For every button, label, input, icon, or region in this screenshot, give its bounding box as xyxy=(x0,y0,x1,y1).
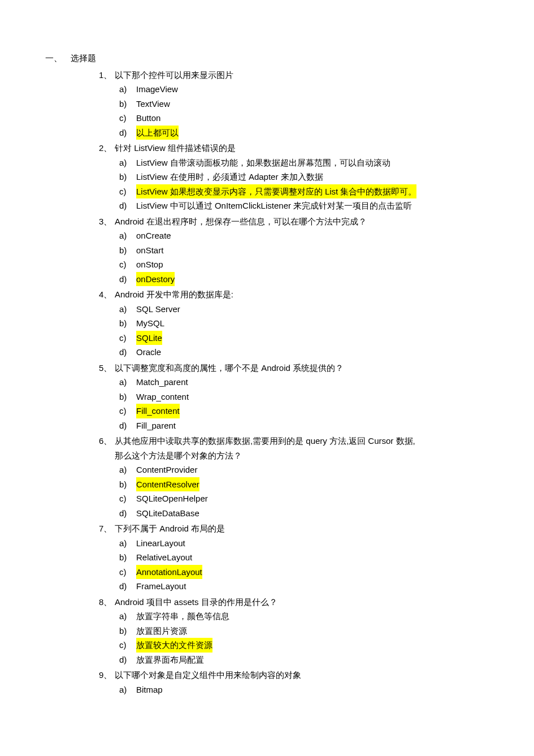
option: b)ContentResolver xyxy=(119,477,500,492)
option: a)Match_parent xyxy=(119,375,500,390)
option: d)onDestory xyxy=(119,272,500,287)
question-number: 6、 xyxy=(99,434,115,448)
option-letter: a) xyxy=(119,609,136,624)
option-text: onStart xyxy=(136,243,163,258)
option: a)放置字符串，颜色等信息 xyxy=(119,609,500,624)
option: d)FrameLayout xyxy=(119,579,500,594)
option-text: SQLite xyxy=(136,331,162,345)
option: d)Fill_parent xyxy=(119,418,500,433)
option: a)ImageView xyxy=(119,82,500,97)
option-text: Oracle xyxy=(136,345,161,360)
option-text: Bitmap xyxy=(136,682,163,697)
option-letter: a) xyxy=(119,155,136,170)
option: c)ListView 如果想改变显示内容，只需要调整对应的 List 集合中的数… xyxy=(119,184,500,199)
option-text: RelativeLayout xyxy=(136,550,192,565)
option: a)LinearLayout xyxy=(119,536,500,551)
option: c)AnnotationLayout xyxy=(119,565,500,580)
question-number: 2、 xyxy=(99,141,115,155)
question-text: 以下那个控件可以用来显示图片 xyxy=(115,68,500,83)
option-letter: a) xyxy=(119,82,136,97)
question-line: 5、以下调整宽度和高度的属性，哪个不是 Android 系统提供的？ xyxy=(99,361,500,375)
option-letter: a) xyxy=(119,302,136,317)
option: a)ContentProvider xyxy=(119,463,500,477)
option-text: ListView 中可以通过 OnItemClickListener 来完成针对… xyxy=(136,198,412,213)
option-text: onCreate xyxy=(136,228,171,243)
question-number: 1、 xyxy=(99,68,115,83)
question-number: 5、 xyxy=(99,361,115,375)
option-text: onDestory xyxy=(136,272,175,287)
question-number: 7、 xyxy=(99,521,115,536)
question: 4、Android 开发中常用的数据库是:a)SQL Serverb)MySQL… xyxy=(99,287,500,360)
option: a)onCreate xyxy=(119,228,500,243)
option-text: ImageView xyxy=(136,82,178,97)
option-text: 放置字符串，颜色等信息 xyxy=(136,609,229,624)
option: a)ListView 自带滚动面板功能，如果数据超出屏幕范围，可以自动滚动 xyxy=(119,155,500,170)
option-text: Fill_parent xyxy=(136,418,176,433)
option: c)Button xyxy=(119,111,500,126)
option-letter: c) xyxy=(119,257,136,272)
question: 2、针对 ListView 组件描述错误的是a)ListView 自带滚动面板功… xyxy=(99,141,500,213)
option-text: 放置较大的文件资源 xyxy=(136,638,212,653)
question-number: 3、 xyxy=(99,214,115,229)
question-line: 7、下列不属于 Android 布局的是 xyxy=(99,521,500,536)
option-letter: c) xyxy=(119,111,136,126)
option-letter: b) xyxy=(119,477,136,492)
option-letter: b) xyxy=(119,97,136,111)
option-letter: c) xyxy=(119,184,136,199)
option: a)Bitmap xyxy=(119,682,500,697)
option-text: Match_parent xyxy=(136,375,188,390)
question: 9、以下哪个对象是自定义组件中用来绘制内容的对象a)Bitmap xyxy=(99,668,500,697)
question-line: 8、Android 项目中 assets 目录的作用是什么？ xyxy=(99,595,500,610)
option: c)SQLiteOpenHelper xyxy=(119,491,500,506)
option-text: Wrap_content xyxy=(136,390,189,404)
question: 8、Android 项目中 assets 目录的作用是什么？a)放置字符串，颜色… xyxy=(99,595,500,667)
option-text: SQL Server xyxy=(136,302,180,317)
option-letter: b) xyxy=(119,624,136,638)
question-text-continue: 那么这个方法是哪个对象的方法？ xyxy=(99,448,500,463)
option: d)ListView 中可以通过 OnItemClickListener 来完成… xyxy=(119,198,500,213)
option: c)Fill_content xyxy=(119,404,500,418)
option-letter: c) xyxy=(119,404,136,418)
question-line: 4、Android 开发中常用的数据库是: xyxy=(99,287,500,302)
option-text: ContentProvider xyxy=(136,463,197,477)
option-text: SQLiteDataBase xyxy=(136,506,199,521)
option-letter: d) xyxy=(119,345,136,360)
question: 6、从其他应用中读取共享的数据库数据,需要用到的是 query 方法,返回 Cu… xyxy=(99,434,500,520)
option-text: ContentResolver xyxy=(136,477,199,492)
question-text: Android 在退出程序时，想保存一些信息，可以在哪个方法中完成？ xyxy=(115,214,500,229)
option-text: Fill_content xyxy=(136,404,180,418)
option-letter: d) xyxy=(119,506,136,521)
question-text: 下列不属于 Android 布局的是 xyxy=(115,521,500,536)
option: a)SQL Server xyxy=(119,302,500,317)
question-number: 9、 xyxy=(99,668,115,682)
question-line: 9、以下哪个对象是自定义组件中用来绘制内容的对象 xyxy=(99,668,500,682)
question: 5、以下调整宽度和高度的属性，哪个不是 Android 系统提供的？a)Matc… xyxy=(99,361,500,433)
question: 3、Android 在退出程序时，想保存一些信息，可以在哪个方法中完成？a)on… xyxy=(99,214,500,287)
option-letter: b) xyxy=(119,550,136,565)
option-text: Button xyxy=(136,111,160,126)
option: c)SQLite xyxy=(119,331,500,345)
option-text: 放置图片资源 xyxy=(136,624,187,638)
option-text: ListView 自带滚动面板功能，如果数据超出屏幕范围，可以自动滚动 xyxy=(136,155,390,170)
section-title: 选择题 xyxy=(65,51,96,66)
option-letter: b) xyxy=(119,170,136,184)
option-text: FrameLayout xyxy=(136,579,186,594)
question-text: 以下哪个对象是自定义组件中用来绘制内容的对象 xyxy=(115,668,500,682)
option: c)放置较大的文件资源 xyxy=(119,638,500,653)
option-text: AnnotationLayout xyxy=(136,565,202,580)
option: b)RelativeLayout xyxy=(119,550,500,565)
option-text: MySQL xyxy=(136,316,164,331)
question-text: 以下调整宽度和高度的属性，哪个不是 Android 系统提供的？ xyxy=(115,361,500,375)
option-text: SQLiteOpenHelper xyxy=(136,491,208,506)
option: c)onStop xyxy=(119,257,500,272)
option-letter: b) xyxy=(119,390,136,404)
option: b)MySQL xyxy=(119,316,500,331)
option-letter: b) xyxy=(119,316,136,331)
option: b)Wrap_content xyxy=(119,390,500,404)
question-number: 4、 xyxy=(99,287,115,302)
question-text: Android 项目中 assets 目录的作用是什么？ xyxy=(115,595,500,610)
question-number: 8、 xyxy=(99,595,115,610)
option-letter: b) xyxy=(119,243,136,258)
question-text: Android 开发中常用的数据库是: xyxy=(115,287,500,302)
option-text: onStop xyxy=(136,257,163,272)
